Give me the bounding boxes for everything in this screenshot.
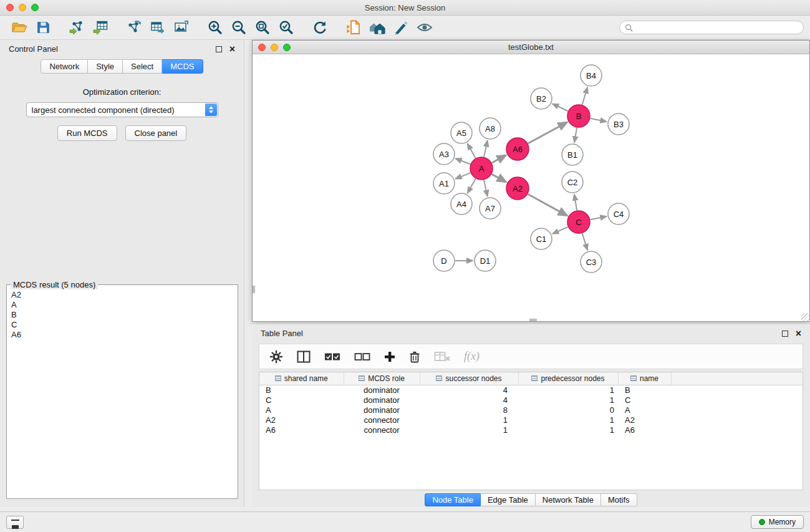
export-table-button[interactable] <box>146 17 170 37</box>
graph-node-C4[interactable]: C4 <box>608 203 629 225</box>
table-cell[interactable]: dominator <box>344 405 420 415</box>
table-cell[interactable]: A <box>259 405 344 415</box>
graph-node-A1[interactable]: A1 <box>433 173 455 194</box>
graph-edge-A-A1[interactable] <box>456 173 471 179</box>
minimize-window-button[interactable] <box>19 4 26 11</box>
table-cell[interactable]: connector <box>344 415 420 425</box>
graph-node-B4[interactable]: B4 <box>581 65 602 86</box>
table-row[interactable]: Cdominator41C <box>259 395 803 405</box>
table-settings-button[interactable] <box>269 350 283 364</box>
zoom-out-button[interactable] <box>227 17 251 37</box>
column-header[interactable]: predecessor nodes <box>518 372 618 385</box>
network-close-button[interactable] <box>258 44 266 51</box>
table-row[interactable]: A2connector11A2 <box>259 415 803 425</box>
table-cell[interactable]: 1 <box>518 395 618 405</box>
table-cell[interactable]: A2 <box>259 415 344 425</box>
tab-motifs[interactable]: Motifs <box>601 493 637 506</box>
optimization-criterion-dropdown[interactable]: largest connected component (directed) <box>26 102 218 117</box>
table-row[interactable]: Adominator80A <box>259 405 803 415</box>
graph-edge-C-C1[interactable] <box>552 227 568 234</box>
graph-node-A4[interactable]: A4 <box>451 193 472 215</box>
export-image-button[interactable] <box>170 17 193 37</box>
tab-network-table[interactable]: Network Table <box>536 493 601 506</box>
table-cell[interactable]: B <box>618 385 671 395</box>
export-network-button[interactable] <box>122 17 146 37</box>
mcds-result-item[interactable]: A2 <box>11 290 238 300</box>
graph-node-A5[interactable]: A5 <box>451 122 472 143</box>
table-cell[interactable]: connector <box>344 425 420 435</box>
graph-node-B2[interactable]: B2 <box>531 88 552 109</box>
table-cell[interactable]: 1 <box>420 415 518 425</box>
mcds-result-item[interactable]: A6 <box>11 330 238 340</box>
graph-node-A3[interactable]: A3 <box>433 143 455 165</box>
table-cell[interactable]: A6 <box>618 425 671 435</box>
graph-node-C[interactable]: C <box>567 211 590 233</box>
float-panel-icon[interactable] <box>216 46 222 52</box>
close-table-panel-icon[interactable]: × <box>796 331 801 337</box>
open-document-button[interactable] <box>342 17 365 37</box>
close-panel-icon[interactable]: × <box>229 46 235 52</box>
graph-edge-A-A8[interactable] <box>484 141 488 157</box>
table-cell[interactable]: C <box>259 395 344 405</box>
task-history-button[interactable] <box>6 516 24 529</box>
pane-divider-handle[interactable] <box>529 319 537 321</box>
float-table-panel-icon[interactable] <box>782 331 788 337</box>
graph-node-B[interactable]: B <box>567 105 590 127</box>
show-details-button[interactable] <box>413 17 436 37</box>
tab-edge-table[interactable]: Edge Table <box>481 493 536 506</box>
graph-node-A6[interactable]: A6 <box>506 138 529 160</box>
mcds-result-item[interactable]: B <box>11 310 238 320</box>
run-mcds-button[interactable]: Run MCDS <box>57 125 117 141</box>
tab-style[interactable]: Style <box>88 59 123 74</box>
table-row[interactable]: A6connector11A6 <box>259 425 803 435</box>
network-window-titlebar[interactable]: testGlobe.txt <box>253 41 809 54</box>
graph-node-D[interactable]: D <box>433 250 455 271</box>
table-cell[interactable]: 1 <box>420 425 518 435</box>
column-header[interactable]: successor nodes <box>420 372 518 385</box>
graph-edge-A2-C[interactable] <box>528 194 567 216</box>
zoom-in-button[interactable] <box>203 17 227 37</box>
create-column-button[interactable] <box>384 351 395 362</box>
apply-layout-button[interactable] <box>308 17 332 37</box>
graph-node-C3[interactable]: C3 <box>581 251 602 273</box>
network-zoom-button[interactable] <box>283 44 291 51</box>
graphics-details-button[interactable] <box>389 17 413 37</box>
graph-edge-A-A7[interactable] <box>484 180 488 196</box>
apply-function-button[interactable]: f(x) <box>464 350 480 363</box>
table-cell[interactable]: A <box>618 405 671 415</box>
table-cell[interactable]: A6 <box>259 425 344 435</box>
mcds-result-item[interactable]: C <box>11 320 238 330</box>
graph-edge-B-B4[interactable] <box>582 87 588 105</box>
graph-edge-C-C4[interactable] <box>591 216 607 220</box>
graph-edge-C-C3[interactable] <box>582 233 587 250</box>
graph-edge-B-B2[interactable] <box>552 104 568 112</box>
save-session-button[interactable] <box>31 17 55 37</box>
select-all-columns-button[interactable] <box>324 352 340 362</box>
table-cell[interactable]: 4 <box>420 385 518 395</box>
table-cell[interactable]: 1 <box>518 425 618 435</box>
close-window-button[interactable] <box>6 4 14 11</box>
memory-button[interactable]: Memory <box>751 515 804 529</box>
network-minimize-button[interactable] <box>271 44 278 51</box>
graph-edge-A-A4[interactable] <box>468 179 476 193</box>
pane-divider-handle[interactable] <box>253 286 255 293</box>
table-cell[interactable]: dominator <box>344 395 420 405</box>
column-header[interactable]: shared name <box>259 372 344 385</box>
column-header[interactable]: name <box>618 372 671 385</box>
graph-edge-B-B1[interactable] <box>574 128 577 143</box>
import-table-button[interactable] <box>89 17 112 37</box>
show-columns-button[interactable] <box>297 351 311 363</box>
mcds-result-list[interactable]: A2ABCA6 <box>7 285 238 498</box>
table-cell[interactable]: 4 <box>420 395 518 405</box>
graph-node-C2[interactable]: C2 <box>562 172 583 193</box>
graph-node-A2[interactable]: A2 <box>506 177 529 200</box>
graph-node-B3[interactable]: B3 <box>608 114 629 135</box>
table-cell[interactable]: A2 <box>618 415 671 425</box>
tab-network[interactable]: Network <box>41 59 88 74</box>
graph-edge-B-B3[interactable] <box>591 118 607 122</box>
tab-select[interactable]: Select <box>123 59 162 74</box>
dropdown-stepper-icon[interactable] <box>205 104 217 116</box>
table-cell[interactable]: 0 <box>518 405 618 415</box>
graph-edge-A-A2[interactable] <box>492 174 506 182</box>
graph-edge-A-A5[interactable] <box>468 143 476 158</box>
